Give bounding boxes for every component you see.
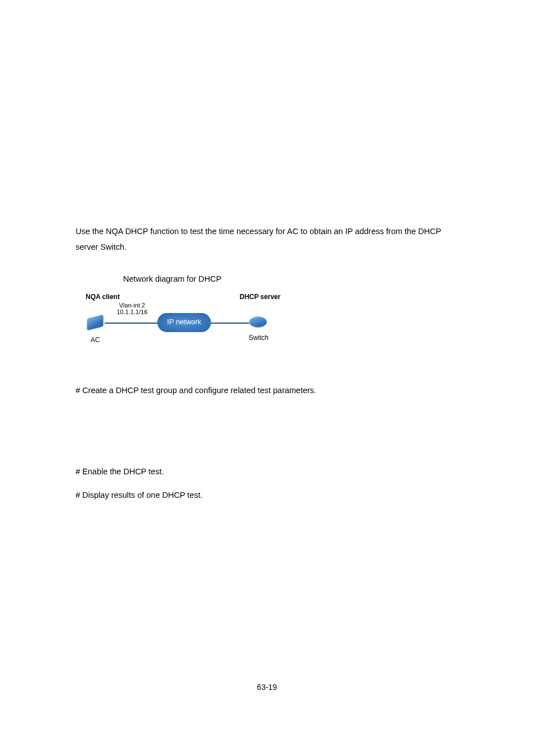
page-content: Use the NQA DHCP function to test the ti… bbox=[0, 0, 534, 503]
figure-caption: Network diagram for DHCP bbox=[76, 272, 458, 287]
step-create-group: # Create a DHCP test group and configure… bbox=[76, 383, 458, 399]
interface-line2: 10.1.1.1/16 bbox=[116, 309, 147, 315]
step-display-results: # Display results of one DHCP test. bbox=[76, 488, 458, 503]
dhcp-server-label: DHCP server bbox=[240, 291, 280, 304]
switch-label: Switch bbox=[247, 334, 270, 342]
ip-network-cloud: IP network bbox=[157, 313, 211, 332]
page-number: 63-19 bbox=[0, 683, 534, 692]
wire-left bbox=[105, 323, 158, 324]
intro-paragraph: Use the NQA DHCP function to test the ti… bbox=[76, 224, 458, 255]
ac-label: AC bbox=[88, 337, 102, 344]
interface-line1: Vlan-int 2 bbox=[119, 302, 145, 309]
interface-label: Vlan-int 2 10.1.1.1/16 bbox=[113, 302, 152, 316]
cloud-label: IP network bbox=[167, 315, 201, 329]
wire-right bbox=[211, 323, 249, 324]
ac-device-icon bbox=[87, 314, 104, 330]
network-diagram: NQA client DHCP server Vlan-int 2 10.1.1… bbox=[86, 291, 287, 355]
switch-device-icon bbox=[249, 316, 267, 328]
step-enable-test: # Enable the DHCP test. bbox=[76, 464, 458, 480]
